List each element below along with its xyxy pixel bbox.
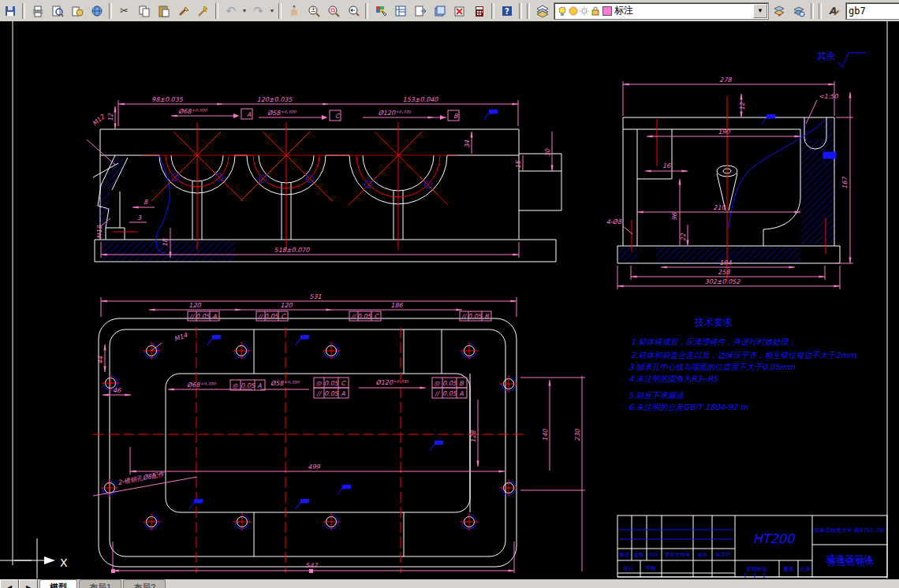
markup-set-icon[interactable] (450, 1, 469, 20)
web-icon[interactable] (87, 1, 106, 20)
tech-req-3: 3.轴承孔中心线与端面的位置度不大于0.05mm (629, 363, 796, 371)
separator (519, 3, 522, 19)
copy-icon[interactable] (134, 1, 154, 20)
technical-requirements: 技术要求 1.箱体铸成后，应清理铸件，并进行时效处理； 2.箱体和箱盖合盖以后，… (629, 317, 856, 411)
front-view-bolt-holes (172, 174, 432, 188)
save-icon[interactable] (0, 1, 20, 20)
tab-layout1[interactable]: 布局1 (79, 579, 121, 588)
dim-128: 128 (470, 430, 477, 442)
draft-angle-note: <1:50 (819, 93, 839, 100)
svg-text:A: A (257, 382, 262, 389)
cut-icon[interactable]: ✂ (114, 1, 134, 20)
dim-td120: Ø120⁺⁰·⁰³⁵ (375, 379, 409, 386)
dim-190: 190 (718, 128, 730, 136)
separator (491, 3, 494, 19)
quick-select-icon[interactable] (193, 1, 213, 20)
check-label: 审核 (646, 565, 657, 571)
dim-518: 518±0.070 (274, 247, 311, 254)
tab-model[interactable]: 模型 (39, 579, 77, 588)
gdt-frames: //0.05A //0.05C //0.05C //0.05B ◎0.05A ◎… (188, 311, 491, 398)
dim-d58: Ø58⁺⁰·⁰³⁰ (267, 110, 297, 117)
dim-167: 167 (841, 176, 849, 188)
tech-req-2: 2.箱体和箱盖合盖以后，边缘应平齐，相互错位每边不大于2mm (631, 351, 856, 359)
dim-258: 258 (718, 269, 730, 276)
top-view-dimensions (93, 297, 585, 573)
roughness-flag-icon (207, 335, 221, 345)
svg-text://: // (257, 313, 264, 320)
publish-icon[interactable] (67, 1, 87, 20)
pan-icon[interactable] (284, 1, 304, 20)
undo-dropdown-icon[interactable]: ▼ (241, 2, 248, 20)
layer-combo-arrow-icon[interactable]: ▼ (753, 4, 767, 18)
material-label: HT200 (753, 531, 796, 546)
tab-nav-first-icon[interactable]: ◀ (0, 579, 19, 588)
text-style-icon[interactable]: A (824, 1, 844, 20)
text-style-combobox[interactable]: gb7 ▼ (845, 2, 899, 20)
dim-30: 30 (544, 148, 551, 157)
roughness-flag-icon (484, 110, 498, 120)
layer-combobox[interactable]: 标注 ▼ (554, 2, 769, 20)
layers-icon[interactable] (532, 1, 552, 20)
zoom-window-icon[interactable] (323, 1, 343, 20)
col-mark: 标记 (619, 552, 631, 558)
preview-icon[interactable] (47, 1, 67, 20)
side-view: 278 12 190 16 210 96 22 194 258 302±0.05… (606, 76, 853, 289)
roughness-flag-icon (296, 499, 309, 509)
plot-icon[interactable] (28, 1, 47, 20)
dim-210: 210 (713, 204, 726, 211)
roughness-flag-icon (762, 114, 775, 125)
dim-194: 194 (719, 259, 732, 266)
tab-nav-last-icon[interactable]: ▶ (19, 579, 38, 588)
svg-text:◎: ◎ (435, 380, 441, 387)
layer-previous-icon[interactable] (769, 1, 789, 20)
tool-palettes-icon[interactable] (410, 1, 430, 20)
model-space-canvas[interactable]: 其余 (0, 21, 899, 579)
sheetset-manager-icon[interactable] (430, 1, 450, 20)
svg-text:C: C (341, 380, 346, 387)
svg-text://: // (315, 390, 323, 397)
roughness-flag-icon (296, 335, 309, 345)
svg-text:A: A (459, 390, 464, 397)
datum-b: B (453, 113, 458, 120)
dim-15: 15 (515, 160, 522, 169)
dim-44: 44 (97, 355, 104, 364)
tech-req-5: 5.箱座不准漏油 (629, 391, 685, 400)
dim-m12-lower: M12 (96, 225, 103, 239)
designcenter-icon[interactable] (390, 1, 410, 20)
tab-layout2[interactable]: 布局2 (123, 579, 166, 588)
match-properties-icon[interactable] (173, 1, 193, 20)
dim-302: 302±0.052 (705, 278, 741, 285)
undo-icon[interactable]: ↶ (221, 1, 241, 20)
dim-18: 18 (162, 238, 169, 247)
dim-186: 186 (390, 302, 403, 309)
top-view-dim-text: 531 120 120 186 44 46 M14 Ø68⁺⁰·⁰³⁰ Ø58⁺… (97, 293, 581, 569)
dim-d120: Ø120⁺⁰·⁰³⁵ (378, 110, 412, 117)
top-view-centerlines (93, 327, 527, 573)
svg-text://: // (434, 390, 441, 397)
tech-req-4: 4.未注明的圆角为R3--R5 (629, 374, 718, 383)
svg-text:0.05: 0.05 (324, 390, 339, 397)
crosshair-cursor (0, 538, 37, 579)
top-view: //0.05A //0.05C //0.05C //0.05B ◎0.05A ◎… (93, 293, 585, 573)
dim-120b: 120 (280, 302, 293, 309)
svg-text:A: A (341, 390, 345, 397)
dim-98: 98±0.035 (151, 96, 184, 103)
properties-icon[interactable] (371, 1, 390, 20)
quickcalc-icon[interactable] (469, 1, 489, 20)
redo-icon[interactable]: ↷ (248, 1, 268, 20)
help-icon[interactable]: ? (497, 1, 517, 20)
svg-text:0.05: 0.05 (264, 313, 279, 320)
front-view-centerlines (113, 122, 457, 250)
redo-dropdown-icon[interactable]: ▼ (268, 2, 276, 20)
zoom-realtime-icon[interactable]: ± (304, 1, 323, 20)
dim-46: 46 (113, 387, 121, 394)
surface-note-label: 其余 (817, 50, 836, 61)
weight-label: 重量 (784, 566, 795, 572)
col-sign: 签名 (698, 552, 708, 558)
paste-icon[interactable] (154, 1, 173, 20)
layer-states-icon[interactable] (789, 1, 808, 20)
dim-230: 230 (574, 428, 581, 441)
top-view-geometry (99, 318, 517, 567)
zoom-previous-icon[interactable] (343, 1, 363, 20)
drawing-svg: 其余 (0, 21, 899, 579)
